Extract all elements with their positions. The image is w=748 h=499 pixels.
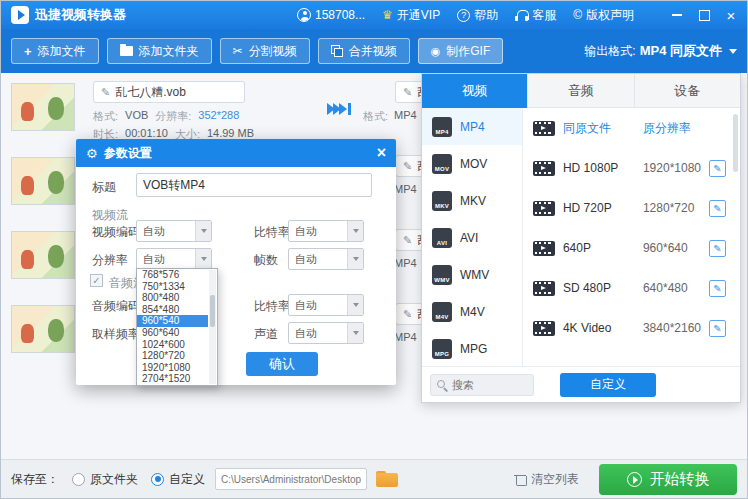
account-button[interactable]: 158708... — [297, 8, 365, 22]
question-icon: ? — [457, 9, 470, 22]
add-file-label: 添加文件 — [38, 43, 86, 60]
format-item-mov[interactable]: MOV MOV — [422, 145, 522, 182]
help-button[interactable]: ? 帮助 — [457, 7, 498, 24]
preset-item-720p[interactable]: HD 720P 1280*720 ✎ — [523, 188, 740, 228]
select-value: 自动 — [289, 252, 347, 267]
confirm-button[interactable]: 确认 — [246, 352, 318, 376]
preset-edit-icon[interactable]: ✎ — [709, 240, 726, 257]
resolution-option[interactable]: 1920*1080 — [137, 362, 208, 374]
search-box[interactable] — [430, 374, 534, 396]
support-label: 客服 — [532, 7, 556, 24]
maximize-button[interactable] — [698, 9, 710, 21]
preset-list: 同原文件 原分辨率 HD 1080P 1920*1080 ✎ HD 720P 1… — [523, 108, 740, 366]
convert-arrow-icon — [327, 103, 351, 115]
channels-label: 声道 — [254, 326, 278, 343]
toolbar: + 添加文件 添加文件夹 ✂ 分割视频 合并视频 ◉ 制作GIF 输出格式: M… — [1, 29, 747, 73]
tab-audio[interactable]: 音频 — [527, 74, 633, 108]
channels-select[interactable]: 自动 — [288, 322, 364, 344]
minimize-button[interactable] — [671, 9, 683, 21]
tab-video[interactable]: 视频 — [422, 74, 527, 108]
resolution-option[interactable]: 960*640 — [137, 327, 208, 339]
preset-item-1080p[interactable]: HD 1080P 1920*1080 ✎ — [523, 148, 740, 188]
format-item-wmv[interactable]: WMV WMV — [422, 256, 522, 293]
file-format-icon: AVI — [432, 228, 452, 248]
copyright-label: 版权声明 — [586, 7, 634, 24]
add-file-button[interactable]: + 添加文件 — [11, 38, 99, 64]
format-item-mkv[interactable]: MKV MKV — [422, 182, 522, 219]
resolution-option[interactable]: 854*480 — [137, 304, 208, 316]
output-meta: 格式: MP4 — [363, 109, 417, 124]
radio-custom-label[interactable]: 自定义 — [169, 471, 205, 488]
title-field-input[interactable] — [136, 173, 372, 197]
preset-edit-icon[interactable]: ✎ — [709, 320, 726, 337]
video-thumbnail — [11, 83, 75, 131]
video-bitrate-select[interactable]: 自动 — [288, 220, 364, 242]
play-icon — [627, 472, 642, 487]
gif-icon: ◉ — [431, 46, 441, 57]
tab-device[interactable]: 设备 — [634, 74, 740, 108]
crown-icon: ♛ — [382, 8, 393, 22]
format-item-mp4[interactable]: MP4 MP4 — [422, 108, 522, 145]
radio-original-folder[interactable] — [72, 473, 85, 486]
scrollbar[interactable] — [733, 114, 738, 172]
add-folder-button[interactable]: 添加文件夹 — [107, 38, 212, 64]
resolution-select[interactable]: 自动 — [136, 248, 212, 270]
film-icon — [533, 161, 555, 176]
titlebar: 迅捷视频转换器 158708... ♛ 开通VIP ? 帮助 客服 © 版权声明 — [1, 1, 747, 29]
preset-edit-icon[interactable]: ✎ — [709, 160, 726, 177]
preset-edit-icon[interactable]: ✎ — [709, 200, 726, 217]
format-item-avi[interactable]: AVI AVI — [422, 219, 522, 256]
footer-bar: 保存至： 原文件夹 自定义 清空列表 开始转换 — [1, 459, 747, 498]
framerate-select[interactable]: 自动 — [288, 248, 364, 270]
copyright-button[interactable]: © 版权声明 — [573, 7, 634, 24]
format-panel-tabs: 视频 音频 设备 — [422, 74, 740, 108]
format-item-m4v[interactable]: M4V M4V — [422, 293, 522, 330]
format-item-mpg[interactable]: MPG MPG — [422, 330, 522, 367]
resolution-option[interactable]: 1024*600 — [137, 339, 208, 351]
support-button[interactable]: 客服 — [515, 7, 556, 24]
search-input[interactable] — [452, 379, 524, 391]
audio-stream-checkbox[interactable]: ✓ — [90, 274, 103, 287]
film-icon — [533, 321, 555, 336]
video-codec-select[interactable]: 自动 — [136, 220, 212, 242]
dialog-close-button[interactable]: × — [377, 145, 386, 161]
resolution-option-selected[interactable]: 960*540 — [137, 315, 208, 327]
resolution-option[interactable]: 750*1334 — [137, 281, 208, 293]
format-item-label: MP4 — [460, 120, 485, 134]
preset-item-640p[interactable]: 640P 960*640 ✎ — [523, 228, 740, 268]
radio-original-label[interactable]: 原文件夹 — [90, 471, 138, 488]
format-list: MP4 MP4 MOV MOV MKV MKV AVI AVI — [422, 108, 523, 366]
split-video-button[interactable]: ✂ 分割视频 — [220, 38, 310, 64]
merge-video-button[interactable]: 合并视频 — [318, 38, 410, 64]
preset-item-original[interactable]: 同原文件 原分辨率 — [523, 108, 740, 148]
vip-button[interactable]: ♛ 开通VIP — [382, 7, 440, 24]
save-path-input[interactable] — [215, 468, 367, 490]
resolution-option[interactable]: 1280*720 — [137, 350, 208, 362]
resolution-option[interactable]: 800*480 — [137, 292, 208, 304]
make-gif-button[interactable]: ◉ 制作GIF — [418, 38, 504, 64]
edit-icon: ✎ — [403, 308, 412, 321]
browse-folder-icon[interactable] — [376, 469, 400, 489]
format-item-label: MOV — [460, 157, 487, 171]
file-name-box[interactable]: ✎ 乱七八糟.vob — [93, 81, 245, 103]
output-format-dropdown[interactable]: 输出格式: MP4 同原文件 — [584, 42, 737, 60]
clear-list-button[interactable]: 清空列表 — [515, 471, 579, 488]
radio-custom-folder[interactable] — [151, 473, 164, 486]
resolution-option[interactable]: 768*576 — [137, 269, 208, 281]
dialog-header[interactable]: ⚙ 参数设置 × — [76, 139, 396, 167]
preset-item-480p[interactable]: SD 480P 640*480 ✎ — [523, 268, 740, 308]
video-stream-label: 视频流 — [92, 207, 128, 224]
preset-edit-icon[interactable]: ✎ — [709, 280, 726, 297]
custom-format-button[interactable]: 自定义 — [560, 373, 656, 397]
app-window: 迅捷视频转换器 158708... ♛ 开通VIP ? 帮助 客服 © 版权声明 — [0, 0, 748, 499]
audio-bitrate-select[interactable]: 自动 — [288, 294, 364, 316]
select-value: 自动 — [137, 252, 195, 267]
start-convert-button[interactable]: 开始转换 — [599, 464, 737, 495]
headset-icon — [515, 10, 528, 21]
scrollbar[interactable] — [209, 270, 216, 384]
close-button[interactable]: × — [725, 9, 737, 21]
clear-list-label: 清空列表 — [531, 471, 579, 488]
resolution-option[interactable]: 2704*1520 — [137, 373, 208, 385]
preset-item-4k[interactable]: 4K Video 3840*2160 ✎ — [523, 308, 740, 348]
preset-resolution: 1920*1080 — [643, 161, 701, 175]
